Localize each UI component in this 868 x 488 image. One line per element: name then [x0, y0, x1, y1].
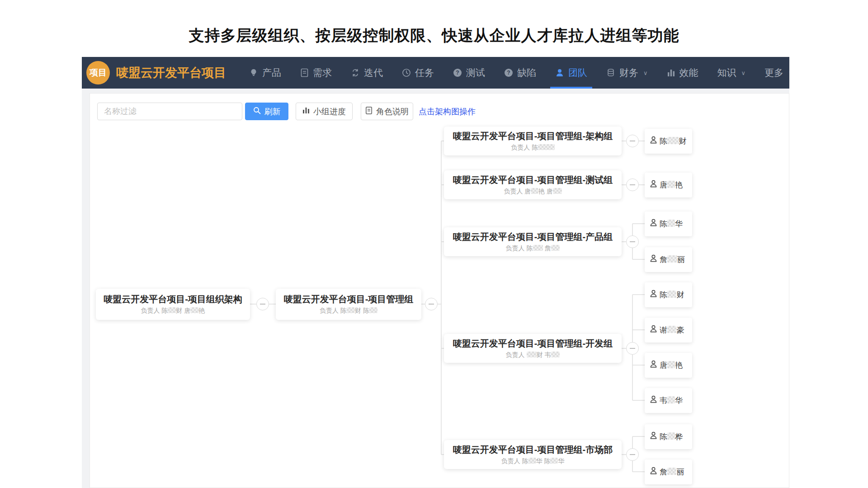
person-icon: [649, 179, 658, 190]
member-node[interactable]: 詹丽: [645, 460, 692, 484]
censored-text: [531, 188, 538, 194]
censored-text: [667, 291, 676, 298]
nav-item-team[interactable]: 团队: [546, 57, 597, 89]
nav-item-label: 需求: [313, 66, 332, 79]
member-name: 韦华: [660, 395, 683, 406]
person-icon: [649, 136, 658, 146]
nav-item-label: 产品: [262, 66, 281, 79]
chevron-down-icon: ∨: [788, 70, 789, 76]
org-node-owner: 负责人 财 韦: [506, 351, 560, 359]
censored-text: [533, 245, 543, 251]
member-node[interactable]: 陈华: [645, 211, 692, 236]
member-node[interactable]: 詹丽: [645, 247, 692, 272]
collapse-toggle[interactable]: [626, 178, 639, 191]
person-icon: [649, 218, 658, 229]
org-node-title: 唛盟云开发平台项目-项目管理组-架构组: [453, 131, 613, 142]
bar-chart-icon: [667, 69, 675, 77]
collapse-toggle[interactable]: [626, 135, 639, 147]
org-node-dev-group[interactable]: 唛盟云开发平台项目-项目管理组-开发组 负责人 财 韦: [444, 334, 622, 363]
censored-text: [667, 220, 675, 227]
content-background: 刷新 小组进度 角色说明 点击架构图操作 唛盟云开发平台项目-项目组织架构 负责…: [82, 89, 789, 488]
nav-item-label: 测试: [466, 66, 485, 79]
censored-text: [667, 137, 679, 144]
member-name: 唐艳: [660, 180, 683, 190]
nav-item-finance[interactable]: 财务∨: [597, 57, 657, 89]
org-node-owner: 负责人 陈华 陈华: [501, 457, 564, 465]
person-icon: [649, 360, 658, 371]
member-name: 詹丽: [660, 467, 684, 477]
collapse-toggle[interactable]: [626, 448, 639, 461]
org-node-management-group[interactable]: 唛盟云开发平台项目-项目管理组 负责人 陈财 陈: [276, 289, 421, 320]
nav-menu: 产品需求迭代任务?测试?缺陷团队财务∨效能知识∨更多∨首页: [240, 57, 789, 89]
nav-item-task[interactable]: 任务: [392, 57, 443, 89]
org-node-title: 唛盟云开发平台项目-项目管理组: [284, 294, 414, 305]
person-icon: [649, 289, 658, 300]
nav-item-label: 迭代: [364, 66, 383, 79]
member-name: 陈财: [660, 290, 684, 300]
censored-text: [550, 458, 558, 464]
org-node-title: 唛盟云开发平台项目-项目管理组-开发组: [453, 338, 613, 349]
member-node[interactable]: 韦华: [645, 388, 692, 413]
member-name: 陈桦: [660, 432, 683, 442]
censored-text: [528, 458, 536, 464]
censored-text: [667, 468, 676, 475]
org-node-owner: 负责人 陈 詹: [506, 244, 560, 253]
nav-item-product[interactable]: 产品: [240, 57, 291, 89]
nav-item-label: 效能: [679, 66, 698, 79]
project-name: 唛盟云开发平台项目: [116, 65, 226, 81]
person-icon: [555, 68, 564, 77]
censored-text: [551, 245, 560, 251]
clock-icon: [402, 68, 411, 77]
member-node[interactable]: 唐艳: [645, 353, 692, 378]
nav-item-label: 团队: [568, 66, 587, 79]
nav-item-defect[interactable]: ?缺陷: [495, 57, 546, 89]
nav-item-performance[interactable]: 效能: [657, 57, 708, 89]
censored-text: [190, 307, 198, 313]
org-node-market-dept[interactable]: 唛盟云开发平台项目-项目管理组-市场部 负责人 陈华 陈华: [444, 440, 622, 469]
top-navbar: 项目 唛盟云开发平台项目 产品需求迭代任务?测试?缺陷团队财务∨效能知识∨更多∨…: [82, 57, 789, 89]
org-node-architecture-group[interactable]: 唛盟云开发平台项目-项目管理组-架构组 负责人 陈: [444, 127, 622, 155]
censored-text: [667, 396, 675, 404]
nav-item-requirements[interactable]: 需求: [291, 57, 341, 89]
member-node[interactable]: 陈财: [645, 129, 692, 154]
censored-text: [527, 352, 537, 357]
question-circle-icon: ?: [453, 68, 462, 77]
question-circle-icon: ?: [504, 68, 513, 77]
nav-item-more[interactable]: 更多∨: [755, 57, 789, 89]
nav-item-label: 任务: [415, 66, 434, 79]
org-node-owner: 负责人 陈财 陈: [320, 307, 377, 315]
nav-item-iteration[interactable]: 迭代: [341, 57, 392, 89]
censored-text: [667, 361, 675, 368]
member-name: 詹丽: [660, 254, 685, 265]
censored-text: [551, 352, 560, 357]
chevron-down-icon: ∨: [741, 70, 746, 76]
bulb-icon: [249, 68, 258, 77]
member-node[interactable]: 陈财: [645, 282, 692, 307]
censored-text: [667, 255, 677, 263]
collapse-toggle[interactable]: [256, 298, 269, 310]
org-node-title: 唛盟云开发平台项目-项目管理组-市场部: [453, 444, 613, 455]
org-node-owner: 负责人 陈财 唐艳: [141, 307, 205, 315]
org-node-root[interactable]: 唛盟云开发平台项目-项目组织架构 负责人 陈财 唐艳: [96, 289, 250, 320]
collapse-toggle[interactable]: [626, 235, 639, 248]
nav-item-label: 知识: [717, 66, 736, 79]
org-node-title: 唛盟云开发平台项目-项目管理组-测试组: [453, 174, 613, 186]
document-icon: [300, 68, 309, 77]
censored-text: [667, 432, 675, 440]
collapse-toggle[interactable]: [626, 342, 639, 355]
member-node[interactable]: 谢豪: [645, 318, 692, 343]
member-name: 唐艳: [660, 360, 683, 371]
collapse-toggle[interactable]: [425, 298, 438, 310]
org-node-owner: 负责人 唐艳 唐: [504, 188, 561, 196]
censored-text: [553, 188, 562, 194]
nav-item-label: 更多: [764, 66, 783, 79]
censored-text: [347, 307, 355, 313]
member-node[interactable]: 陈桦: [645, 424, 692, 449]
nav-item-label: 缺陷: [517, 66, 536, 79]
org-node-test-group[interactable]: 唛盟云开发平台项目-项目管理组-测试组 负责人 唐艳 唐: [444, 170, 622, 199]
nav-item-test[interactable]: ?测试: [443, 57, 495, 89]
org-node-product-group[interactable]: 唛盟云开发平台项目-项目管理组-产品组 负责人 陈 詹: [444, 227, 622, 256]
nav-item-knowledge[interactable]: 知识∨: [708, 57, 755, 89]
member-node[interactable]: 唐艳: [645, 173, 692, 197]
org-node-owner: 负责人 陈: [511, 144, 554, 152]
